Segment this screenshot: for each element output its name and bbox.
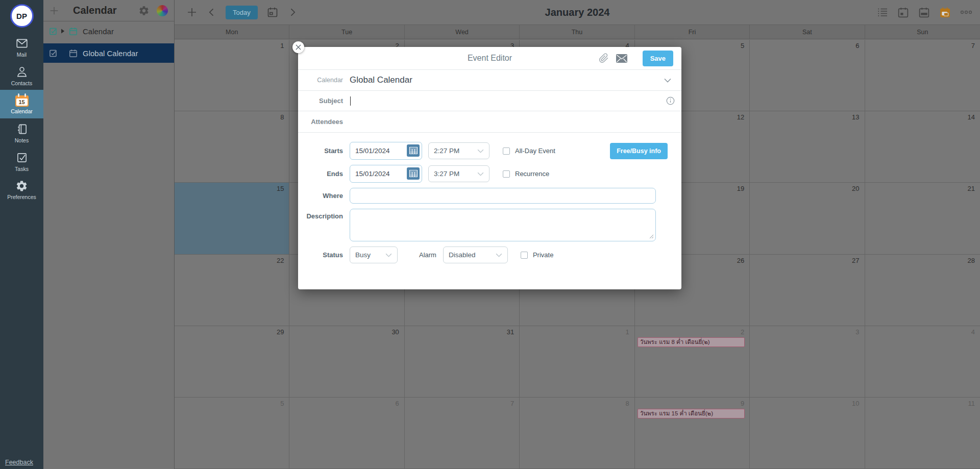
day-view-button[interactable] <box>897 6 910 19</box>
calendar-list-panel: Calendar Calendar Global Calendar <box>43 0 175 469</box>
event-chip[interactable]: วันพระ แรม 8 ค่ำ เดือนยี่(๒) <box>638 337 745 347</box>
calendar-cell[interactable]: 8 <box>520 398 634 469</box>
sidebar-item-tasks[interactable]: Tasks <box>0 147 43 176</box>
where-input[interactable] <box>350 188 656 204</box>
chevron-right-icon <box>287 7 298 18</box>
calendar-cell[interactable]: 5 <box>175 398 289 469</box>
calendar-cell[interactable]: 7 <box>865 40 980 111</box>
start-time-select[interactable]: 2:27 PM <box>428 142 489 159</box>
calendar-list-item-calendar[interactable]: Calendar <box>43 21 174 41</box>
calendar-folder-icon <box>68 48 78 58</box>
calendar-cell[interactable]: 11 <box>865 398 980 469</box>
calendar-cell[interactable]: 15 <box>175 183 289 254</box>
week-view-button[interactable] <box>918 6 930 19</box>
calendar-cell[interactable]: 22 <box>175 255 289 326</box>
month-view-button[interactable] <box>939 6 951 19</box>
sidebar-item-mail[interactable]: Mail <box>0 33 43 61</box>
calendar-cell[interactable]: 3 <box>750 326 865 398</box>
feedback-link[interactable]: Feedback <box>5 459 33 466</box>
calendar-cell[interactable]: 1 <box>520 326 634 398</box>
sidebar-item-calendar[interactable]: 15 Calendar <box>0 90 43 118</box>
day-view-icon <box>897 6 910 19</box>
calendar-cell[interactable]: 9วันพระ แรม 15 ค่ำ เดือนยี่(๒) <box>635 398 750 469</box>
alarm-label: Alarm <box>419 251 436 259</box>
calendar-list-item-global-calendar[interactable]: Global Calendar <box>43 43 174 63</box>
date-number: 22 <box>176 257 285 264</box>
dialog-title: Event Editor <box>468 54 512 63</box>
next-month-button[interactable] <box>287 7 298 18</box>
recurrence-checkbox[interactable] <box>503 170 510 178</box>
prev-month-button[interactable] <box>207 7 217 18</box>
calendar-cell[interactable]: 13 <box>750 111 865 183</box>
avatar[interactable]: DP <box>10 4 34 28</box>
sidebar-item-label: Calendar <box>11 108 33 114</box>
expand-caret-icon[interactable] <box>57 29 68 34</box>
day-name-label: Tue <box>289 25 404 39</box>
end-date-calendar-button[interactable] <box>407 167 420 180</box>
close-icon <box>296 44 301 50</box>
calendar-settings-button[interactable] <box>138 5 150 16</box>
description-textarea[interactable] <box>350 209 656 241</box>
add-calendar-button[interactable] <box>46 5 62 16</box>
calendar-cell[interactable]: 31 <box>405 326 520 398</box>
chevron-down-icon[interactable] <box>664 78 671 83</box>
alarm-select[interactable]: Disabled <box>443 246 508 263</box>
starts-label: Starts <box>298 147 343 155</box>
more-options-button[interactable] <box>960 8 973 17</box>
date-number: 31 <box>406 328 515 336</box>
checkbox-checked-icon[interactable] <box>50 50 57 57</box>
calendar-cell[interactable]: 1 <box>175 40 289 111</box>
event-chip[interactable]: วันพระ แรม 15 ค่ำ เดือนยี่(๒) <box>638 409 745 418</box>
info-icon[interactable] <box>666 96 675 105</box>
calendar-cell[interactable]: 6 <box>289 398 404 469</box>
attendees-field-label: Attendees <box>298 118 343 126</box>
date-number: 29 <box>176 328 285 336</box>
calendar-cell[interactable]: 6 <box>750 40 865 111</box>
attendees-row[interactable]: Attendees <box>298 111 681 133</box>
checkbox-checked-icon[interactable] <box>50 28 57 35</box>
send-invite-button[interactable] <box>616 54 627 63</box>
color-wheel-icon[interactable] <box>157 5 168 16</box>
list-view-button[interactable] <box>876 6 889 18</box>
start-date-calendar-button[interactable] <box>407 144 420 157</box>
close-dialog-button[interactable] <box>292 41 304 53</box>
event-editor-dialog: Event Editor Save Calendar Global Calend… <box>298 47 681 289</box>
end-time-select[interactable]: 3:27 PM <box>428 165 489 182</box>
all-day-checkbox[interactable] <box>503 147 510 155</box>
private-checkbox[interactable] <box>521 252 528 259</box>
calendar-cell[interactable]: 10 <box>750 398 865 469</box>
calendar-select-row[interactable]: Calendar Global Calendar <box>298 70 681 91</box>
new-event-button[interactable] <box>186 6 198 18</box>
calendar-cell[interactable]: 8 <box>175 111 289 183</box>
date-number: 30 <box>291 328 400 336</box>
calendar-cell[interactable]: 27 <box>750 255 865 326</box>
save-button[interactable]: Save <box>643 51 673 66</box>
calendar-cell[interactable]: 7 <box>405 398 520 469</box>
date-number: 21 <box>867 185 976 192</box>
date-number: 6 <box>291 400 400 407</box>
sidebar-item-notes[interactable]: Notes <box>0 118 43 147</box>
sidebar-item-preferences[interactable]: Preferences <box>0 176 43 204</box>
day-name-label: Fri <box>635 25 750 39</box>
free-busy-button[interactable]: Free/Busy info <box>610 143 668 159</box>
date-number: 4 <box>867 328 976 336</box>
calendar-grid-icon <box>409 170 418 177</box>
date-picker-button[interactable] <box>266 6 279 18</box>
date-number: 1 <box>176 42 285 50</box>
today-button[interactable]: Today <box>226 6 258 19</box>
calendar-cell[interactable]: 30 <box>289 326 404 398</box>
calendar-cell[interactable]: 20 <box>750 183 865 254</box>
calendar-cell[interactable]: 4 <box>865 326 980 398</box>
subject-field-label: Subject <box>298 97 343 105</box>
sidebar-item-contacts[interactable]: Contacts <box>0 61 43 90</box>
status-select[interactable]: Busy <box>350 246 398 263</box>
date-number: 27 <box>751 257 860 264</box>
calendar-cell[interactable]: 14 <box>865 111 980 183</box>
calendar-cell[interactable]: 2วันพระ แรม 8 ค่ำ เดือนยี่(๒) <box>635 326 750 398</box>
resize-handle-icon[interactable] <box>649 234 654 239</box>
calendar-cell[interactable]: 21 <box>865 183 980 254</box>
calendar-cell[interactable]: 29 <box>175 326 289 398</box>
attach-file-button[interactable] <box>599 53 609 63</box>
subject-row: Subject <box>298 91 681 111</box>
calendar-cell[interactable]: 28 <box>865 255 980 326</box>
